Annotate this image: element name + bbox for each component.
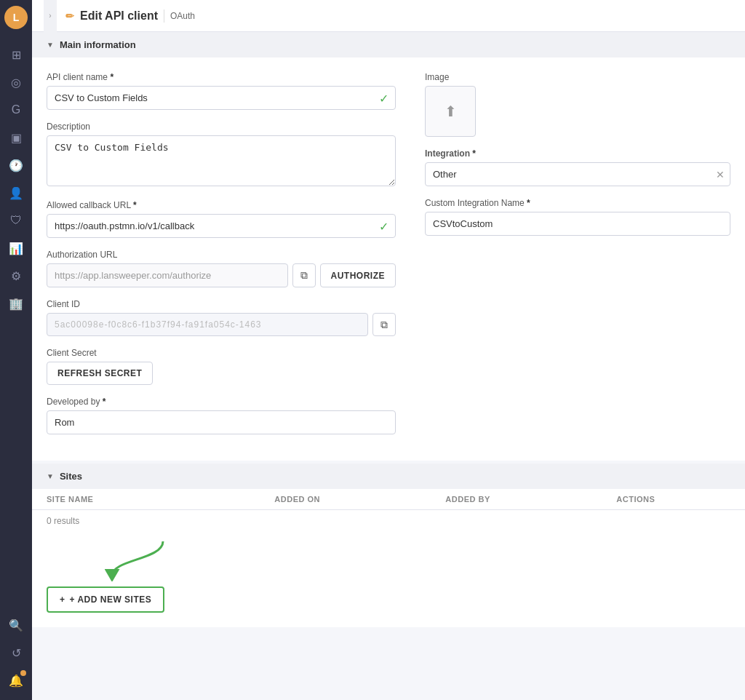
client-id-copy-button[interactable]: ⧉ [372, 313, 396, 336]
image-field: Image ⬆ [425, 72, 730, 137]
sidebar-icon-monitor[interactable]: ▣ [4, 126, 28, 149]
sites-section-header[interactable]: ▼ Sites [32, 464, 745, 489]
sites-section: ▼ Sites SITE NAME ADDED ON ADDED BY ACTI… [32, 464, 745, 627]
integration-field: Integration * Other Custom ✕ [425, 148, 730, 186]
logo-text: L [13, 12, 20, 23]
page-title: ✏ Edit API client OAuth [65, 9, 195, 23]
client-secret-field: Client Secret REFRESH SECRET [47, 348, 396, 385]
integration-select[interactable]: Other Custom [425, 162, 730, 186]
sidebar-icon-scan[interactable]: ◎ [4, 71, 28, 94]
client-secret-label: Client Secret [47, 348, 396, 358]
green-arrow-svg [90, 538, 178, 581]
sidebar-icon-nodes[interactable]: ⚙ [4, 264, 28, 287]
plus-icon: + [60, 594, 65, 605]
image-label: Image [425, 72, 730, 82]
title-divider [164, 9, 164, 23]
main-info-section-body: API client name * ✓ Description CSV to C… [32, 57, 745, 461]
col-site-name: SITE NAME [47, 495, 274, 504]
sidebar-collapse-button[interactable]: › [44, 0, 57, 32]
copy-icon: ⧉ [300, 269, 308, 282]
logo[interactable]: L [4, 6, 28, 29]
right-column: Image ⬆ Integration * [425, 72, 730, 446]
callback-check-icon: ✓ [379, 219, 389, 233]
auth-url-input[interactable] [47, 263, 288, 287]
auth-url-field: Authorization URL ⧉ AUTHORIZE [47, 250, 396, 287]
sidebar-icon-chart[interactable]: 📊 [4, 236, 28, 260]
sidebar-icon-user[interactable]: 👤 [4, 181, 28, 204]
callback-url-input-wrap: ✓ [47, 214, 396, 238]
description-label: Description [47, 122, 396, 132]
authorize-button[interactable]: AUTHORIZE [320, 263, 397, 287]
client-id-field: Client ID ⧉ [47, 299, 396, 336]
callback-url-field: Allowed callback URL * ✓ [47, 200, 396, 238]
api-client-name-input[interactable] [47, 86, 396, 110]
main-info-section: ▼ Main information API client name * [32, 32, 745, 461]
developed-by-label: Developed by * [47, 397, 396, 407]
client-id-copy-icon: ⧉ [381, 319, 388, 331]
client-id-input [47, 313, 368, 336]
auth-url-copy-button[interactable]: ⧉ [292, 263, 316, 287]
api-client-name-input-wrap: ✓ [47, 86, 396, 110]
developed-by-input[interactable] [47, 410, 396, 434]
callback-url-label: Allowed callback URL * [47, 200, 396, 210]
upload-icon: ⬆ [445, 103, 457, 120]
check-icon: ✓ [379, 91, 389, 105]
integration-label: Integration * [425, 148, 730, 159]
col-actions: ACTIONS [616, 495, 730, 504]
sidebar-icon-graph[interactable]: G [4, 98, 28, 122]
api-client-name-label: API client name * [47, 72, 396, 82]
sidebar-icon-refresh[interactable]: ↺ [4, 641, 28, 664]
sidebar-bottom: 🔍 ↺ 🔔 [4, 611, 28, 694]
sites-add-area: + + ADD NEW SITES [32, 532, 745, 627]
sidebar-icon-clock[interactable]: 🕐 [4, 154, 28, 177]
col-added-by: ADDED BY [445, 495, 616, 504]
oauth-badge: OAuth [170, 11, 195, 21]
callback-url-input[interactable] [47, 214, 396, 238]
sidebar-icon-shield[interactable]: 🛡 [4, 209, 28, 232]
sites-results-count: 0 results [32, 510, 745, 532]
api-client-name-field: API client name * ✓ [47, 72, 396, 110]
two-col-layout: API client name * ✓ Description CSV to C… [47, 72, 730, 446]
description-input[interactable]: CSV to Custom Fields [47, 135, 396, 186]
add-new-sites-button[interactable]: + + ADD NEW SITES [47, 586, 164, 613]
sites-section-label: Sites [60, 471, 82, 482]
sidebar: L ⊞ ◎ G ▣ 🕐 👤 🛡 📊 ⚙ 🏢 🔍 ↺ 🔔 [0, 0, 32, 700]
image-upload-button[interactable]: ⬆ [425, 86, 476, 137]
page-body: ▼ Main information API client name * [32, 32, 745, 700]
refresh-secret-button[interactable]: REFRESH SECRET [47, 362, 153, 385]
custom-integration-name-label: Custom Integration Name * [425, 198, 730, 208]
client-id-label: Client ID [47, 299, 396, 309]
col-added-on: ADDED ON [274, 495, 445, 504]
notification-dot [20, 670, 26, 676]
custom-integration-name-field: Custom Integration Name * [425, 198, 730, 236]
page-title-text: Edit API client [80, 9, 158, 23]
arrow-area [90, 538, 178, 584]
sidebar-icon-building[interactable]: 🏢 [4, 292, 28, 315]
topbar: › ✏ Edit API client OAuth [32, 0, 745, 32]
custom-integration-name-input[interactable] [425, 212, 730, 236]
left-column: API client name * ✓ Description CSV to C… [47, 72, 396, 446]
developed-by-field: Developed by * [47, 397, 396, 434]
chevron-down-icon: ▼ [47, 41, 54, 49]
main-content: › ✏ Edit API client OAuth ▼ Main informa… [32, 0, 745, 700]
main-info-section-label: Main information [60, 39, 136, 50]
sidebar-icon-dashboard[interactable]: ⊞ [4, 43, 28, 66]
sidebar-icon-search[interactable]: 🔍 [4, 613, 28, 637]
auth-url-label: Authorization URL [47, 250, 396, 260]
sites-table-header: SITE NAME ADDED ON ADDED BY ACTIONS [32, 489, 745, 510]
main-info-section-header[interactable]: ▼ Main information [32, 32, 745, 57]
description-field: Description CSV to Custom Fields [47, 122, 396, 188]
add-new-sites-label: + ADD NEW SITES [70, 594, 152, 605]
integration-select-wrap: Other Custom ✕ [425, 162, 730, 186]
edit-icon: ✏ [65, 10, 74, 22]
sidebar-icon-bell[interactable]: 🔔 [4, 669, 28, 692]
sites-chevron-icon: ▼ [47, 472, 54, 480]
auth-url-row: ⧉ AUTHORIZE [47, 263, 396, 287]
client-id-row: ⧉ [47, 313, 396, 336]
integration-clear-button[interactable]: ✕ [716, 169, 725, 180]
